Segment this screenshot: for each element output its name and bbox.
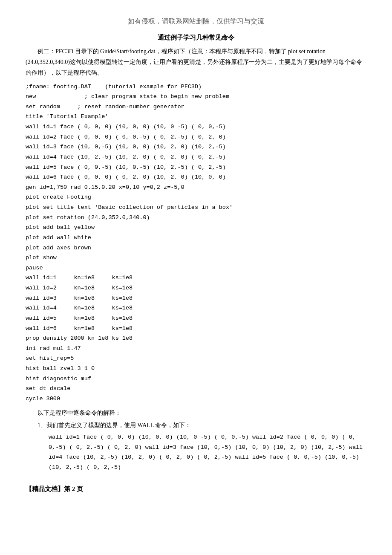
intro-paragraph: 例二：PFC3D 目录下的 Guide\Start\footing.dat，程序… [26,46,366,78]
explanation-title: 以下是程序中逐条命令的解释： [26,408,366,418]
section-title: 通过例子学习几种常见命令 [26,34,366,42]
code-block: ;fname: footing.DAT (tutorial example fo… [26,82,366,404]
footer: 【精品文档】第 2 页 [26,485,366,493]
watermark: 如有侵权，请联系网站删除，仅供学习与交流 [26,17,366,26]
explanation-code-lines: wall id=1 face ( 0, 0, 0) (10, 0, 0) (10… [26,432,366,473]
explanation-section: 以下是程序中逐条命令的解释： 1、我们首先定义了模型的边界，使用 WALL 命令… [26,408,366,473]
explanation-sub-label: 1、我们首先定义了模型的边界，使用 WALL 命令，如下： [26,420,366,431]
